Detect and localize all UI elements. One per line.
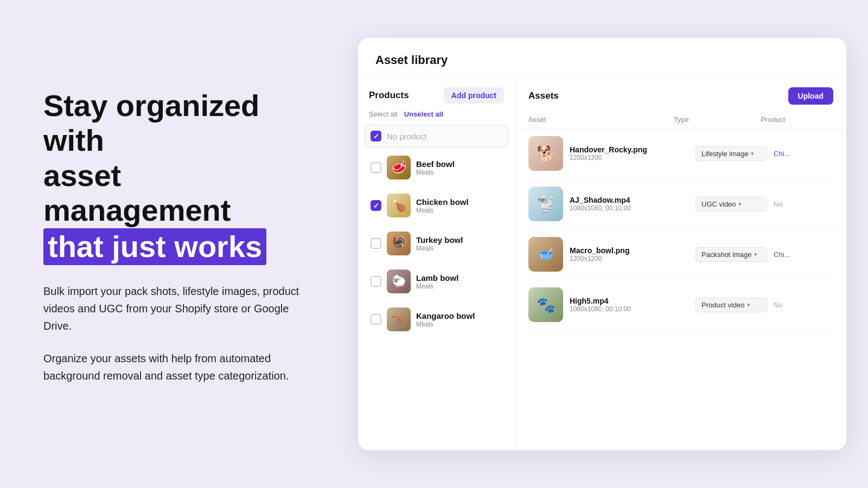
- asset-dims-high5: 1080x1080, 00:10:00: [570, 305, 689, 313]
- assets-panel-header: Assets Upload: [515, 76, 846, 111]
- dropdown-arrow-handover-rocky: ▾: [751, 150, 754, 157]
- asset-info-macro-bowl: Macro_bowl.png 1200x1200: [570, 246, 689, 262]
- asset-type-col-high5: Product video ▾: [695, 298, 767, 312]
- beef-bowl-category: Meals: [416, 169, 455, 176]
- beef-bowl-illustration: 🥩: [387, 156, 411, 179]
- select-all-button[interactable]: Select all: [369, 110, 398, 118]
- lamb-bowl-category: Meals: [416, 282, 458, 290]
- products-panel-header: Products Add product: [358, 76, 515, 110]
- no-product-label: No product: [387, 132, 426, 141]
- dropdown-arrow-aj-shadow: ▾: [738, 201, 742, 208]
- aj-shadow-illustration: 🐩: [528, 187, 563, 221]
- left-panel: Stay organized with asset management tha…: [0, 56, 347, 432]
- card-body: Products Add product Select all Unselect…: [358, 76, 846, 450]
- unselect-all-button[interactable]: Unselect all: [404, 110, 443, 118]
- checkbox-turkey-bowl[interactable]: [371, 238, 381, 249]
- assets-list: 🐕 Handover_Rocky.png 1200x1200 Lifestyle…: [515, 129, 846, 450]
- asset-prod-aj-shadow: No: [774, 200, 833, 208]
- asset-type-col-handover-rocky: Lifestyle image ▾: [695, 146, 767, 161]
- product-thumb-kangaroo-bowl: 🦘: [387, 307, 411, 331]
- turkey-bowl-illustration: 🦃: [387, 232, 411, 255]
- asset-prod-handover-rocky: Chi...: [774, 150, 833, 158]
- product-item-lamb-bowl[interactable]: 🐑 Lamb bowl Meals: [365, 264, 508, 299]
- body-text-1: Bulk import your pack shots, lifestyle i…: [43, 282, 304, 335]
- asset-item-high5: 🐾 High5.mp4 1080x1080, 00:10:00 Product …: [524, 280, 838, 330]
- col-header-type: Type: [674, 115, 761, 124]
- handover-rocky-illustration: 🐕: [528, 136, 563, 171]
- checkbox-beef-bowl[interactable]: [371, 162, 381, 173]
- type-dropdown-macro-bowl[interactable]: Packshot image ▾: [695, 247, 767, 262]
- type-dropdown-high5[interactable]: Product video ▾: [695, 298, 767, 312]
- type-label-macro-bowl: Packshot image: [701, 251, 752, 259]
- asset-name-aj-shadow: AJ_Shadow.mp4: [570, 196, 689, 204]
- upload-button[interactable]: Upload: [788, 87, 833, 105]
- asset-dims-aj-shadow: 1080x1080, 00:10:00: [570, 204, 689, 212]
- assets-table-header: Asset Type Product: [515, 111, 846, 129]
- dropdown-arrow-high5: ▾: [747, 301, 750, 309]
- lamb-bowl-illustration: 🐑: [387, 269, 411, 293]
- assets-title: Assets: [528, 91, 559, 101]
- product-item-no-product[interactable]: No product: [365, 125, 508, 147]
- dropdown-arrow-macro-bowl: ▾: [754, 251, 757, 258]
- product-thumb-chicken-bowl: 🍗: [387, 194, 411, 217]
- checkbox-chicken-bowl[interactable]: [371, 200, 381, 211]
- products-panel: Products Add product Select all Unselect…: [358, 76, 515, 450]
- asset-thumb-handover-rocky: 🐕: [528, 136, 563, 171]
- type-label-high5: Product video: [701, 301, 745, 309]
- checkbox-kangaroo-bowl[interactable]: [371, 314, 381, 325]
- chicken-bowl-illustration: 🍗: [387, 194, 411, 217]
- type-dropdown-aj-shadow[interactable]: UGC video ▾: [695, 197, 767, 211]
- asset-item-macro-bowl: 🥣 Macro_bowl.png 1200x1200 Packshot imag…: [524, 229, 838, 280]
- asset-type-col-macro-bowl: Packshot image ▾: [695, 247, 767, 262]
- product-info-chicken-bowl: Chicken bowl Meals: [416, 197, 469, 214]
- product-thumb-beef-bowl: 🥩: [387, 156, 411, 179]
- kangaroo-bowl-category: Meals: [416, 320, 475, 328]
- select-row: Select all Unselect all: [358, 110, 515, 125]
- kangaroo-bowl-name: Kangaroo bowl: [416, 311, 475, 320]
- asset-item-aj-shadow: 🐩 AJ_Shadow.mp4 1080x1080, 00:10:00 UGC …: [524, 179, 838, 229]
- headline-line2: asset management: [43, 158, 231, 227]
- asset-thumb-aj-shadow: 🐩: [528, 187, 563, 221]
- type-label-handover-rocky: Lifestyle image: [701, 150, 749, 158]
- headline-line1: Stay organized with: [43, 88, 259, 157]
- body-text-2: Organize your assets with help from auto…: [43, 350, 304, 384]
- type-dropdown-handover-rocky[interactable]: Lifestyle image ▾: [695, 146, 767, 161]
- add-product-button[interactable]: Add product: [444, 87, 504, 104]
- asset-dims-handover-rocky: 1200x1200: [570, 154, 689, 162]
- product-item-chicken-bowl[interactable]: 🍗 Chicken bowl Meals: [365, 188, 508, 223]
- asset-name-high5: High5.mp4: [570, 297, 689, 305]
- product-item-kangaroo-bowl[interactable]: 🦘 Kangaroo bowl Meals: [365, 301, 508, 337]
- asset-name-handover-rocky: Handover_Rocky.png: [570, 145, 689, 154]
- beef-bowl-name: Beef bowl: [416, 159, 455, 169]
- asset-library-card: Asset library Products Add product Selec…: [358, 38, 846, 450]
- product-info-beef-bowl: Beef bowl Meals: [416, 159, 455, 176]
- high5-illustration: 🐾: [528, 287, 563, 322]
- right-panel: Asset library Products Add product Selec…: [347, 0, 868, 488]
- col-header-product: Product: [761, 115, 833, 124]
- asset-thumb-macro-bowl: 🥣: [528, 237, 563, 272]
- asset-info-handover-rocky: Handover_Rocky.png 1200x1200: [570, 145, 689, 162]
- asset-name-macro-bowl: Macro_bowl.png: [570, 246, 689, 255]
- checkbox-no-product[interactable]: [371, 131, 381, 142]
- lamb-bowl-name: Lamb bowl: [416, 273, 458, 282]
- product-item-beef-bowl[interactable]: 🥩 Beef bowl Meals: [365, 150, 508, 185]
- product-thumb-lamb-bowl: 🐑: [387, 269, 411, 293]
- product-info-kangaroo-bowl: Kangaroo bowl Meals: [416, 311, 475, 328]
- product-info-lamb-bowl: Lamb bowl Meals: [416, 273, 458, 290]
- type-label-aj-shadow: UGC video: [701, 200, 736, 208]
- chicken-bowl-name: Chicken bowl: [416, 197, 469, 207]
- headline: Stay organized with asset management tha…: [43, 88, 304, 265]
- product-info-turkey-bowl: Turkey bowl Meals: [416, 235, 463, 252]
- turkey-bowl-name: Turkey bowl: [416, 235, 463, 245]
- checkbox-lamb-bowl[interactable]: [371, 276, 381, 287]
- product-item-turkey-bowl[interactable]: 🦃 Turkey bowl Meals: [365, 226, 508, 261]
- col-header-asset: Asset: [528, 115, 674, 124]
- card-title: Asset library: [375, 53, 448, 67]
- macro-bowl-illustration: 🥣: [528, 237, 563, 272]
- assets-panel: Assets Upload Asset Type Product 🐕: [515, 76, 846, 450]
- asset-type-col-aj-shadow: UGC video ▾: [695, 197, 767, 211]
- asset-info-high5: High5.mp4 1080x1080, 00:10:00: [570, 297, 689, 313]
- turkey-bowl-category: Meals: [416, 245, 463, 252]
- asset-prod-macro-bowl: Chi...: [774, 251, 833, 259]
- asset-prod-high5: No: [774, 301, 833, 309]
